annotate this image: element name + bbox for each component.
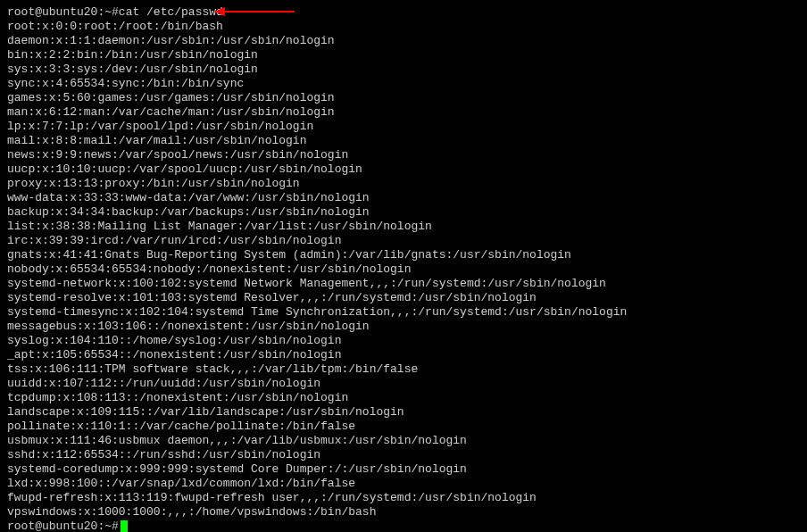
output-container: root:x:0:0:root:/root:/bin/bashdaemon:x:… (7, 20, 800, 520)
output-line: root:x:0:0:root:/root:/bin/bash (7, 20, 800, 34)
output-line: systemd-network:x:100:102:systemd Networ… (7, 277, 800, 291)
output-line: tss:x:106:111:TPM software stack,,,:/var… (7, 362, 800, 377)
cursor-icon (121, 520, 128, 532)
output-line: tcpdump:x:108:113::/nonexistent:/usr/sbi… (7, 391, 800, 405)
output-line: sshd:x:112:65534::/run/sshd:/usr/sbin/no… (7, 448, 800, 462)
output-line: _apt:x:105:65534::/nonexistent:/usr/sbin… (7, 348, 800, 362)
output-line: uucp:x:10:10:uucp:/var/spool/uucp:/usr/s… (7, 162, 800, 177)
output-line: news:x:9:9:news:/var/spool/news:/usr/sbi… (7, 148, 800, 162)
output-line: daemon:x:1:1:daemon:/usr/sbin:/usr/sbin/… (7, 34, 800, 48)
output-line: messagebus:x:103:106::/nonexistent:/usr/… (7, 320, 800, 334)
output-line: proxy:x:13:13:proxy:/bin:/usr/sbin/nolog… (7, 177, 800, 191)
output-line: systemd-timesync:x:102:104:systemd Time … (7, 305, 800, 320)
output-line: usbmux:x:111:46:usbmux daemon,,,:/var/li… (7, 434, 800, 448)
output-line: games:x:5:60:games:/usr/games:/usr/sbin/… (7, 91, 800, 105)
shell-prompt: root@ubuntu20:~# (7, 520, 119, 532)
output-line: lxd:x:998:100::/var/snap/lxd/common/lxd:… (7, 477, 800, 491)
output-line: uuidd:x:107:112::/run/uuidd:/usr/sbin/no… (7, 377, 800, 391)
output-line: systemd-coredump:x:999:999:systemd Core … (7, 462, 800, 477)
output-line: systemd-resolve:x:101:103:systemd Resolv… (7, 291, 800, 305)
output-line: nobody:x:65534:65534:nobody:/nonexistent… (7, 262, 800, 277)
output-line: vpswindows:x:1000:1000:,,,:/home/vpswind… (7, 505, 800, 520)
output-line: www-data:x:33:33:www-data:/var/www:/usr/… (7, 191, 800, 205)
output-line: sync:x:4:65534:sync:/bin:/bin/sync (7, 77, 800, 91)
shell-prompt: root@ubuntu20:~# (7, 5, 119, 20)
output-line: syslog:x:104:110::/home/syslog:/usr/sbin… (7, 334, 800, 348)
output-line: irc:x:39:39:ircd:/var/run/ircd:/usr/sbin… (7, 234, 800, 248)
command-line[interactable]: root@ubuntu20:~# cat /etc/passwd (7, 5, 800, 20)
output-line: bin:x:2:2:bin:/bin:/usr/sbin/nologin (7, 48, 800, 62)
output-line: gnats:x:41:41:Gnats Bug-Reporting System… (7, 248, 800, 262)
output-line: mail:x:8:8:mail:/var/mail:/usr/sbin/nolo… (7, 134, 800, 148)
output-line: backup:x:34:34:backup:/var/backups:/usr/… (7, 205, 800, 220)
entered-command: cat /etc/passwd (119, 5, 223, 20)
output-line: pollinate:x:110:1::/var/cache/pollinate:… (7, 420, 800, 434)
next-prompt-line[interactable]: root@ubuntu20:~# (7, 520, 800, 532)
output-line: sys:x:3:3:sys:/dev:/usr/sbin/nologin (7, 62, 800, 77)
output-line: list:x:38:38:Mailing List Manager:/var/l… (7, 220, 800, 234)
output-line: fwupd-refresh:x:113:119:fwupd-refresh us… (7, 491, 800, 505)
output-line: man:x:6:12:man:/var/cache/man:/usr/sbin/… (7, 105, 800, 120)
output-line: landscape:x:109:115::/var/lib/landscape:… (7, 405, 800, 420)
output-line: lp:x:7:7:lp:/var/spool/lpd:/usr/sbin/nol… (7, 120, 800, 134)
